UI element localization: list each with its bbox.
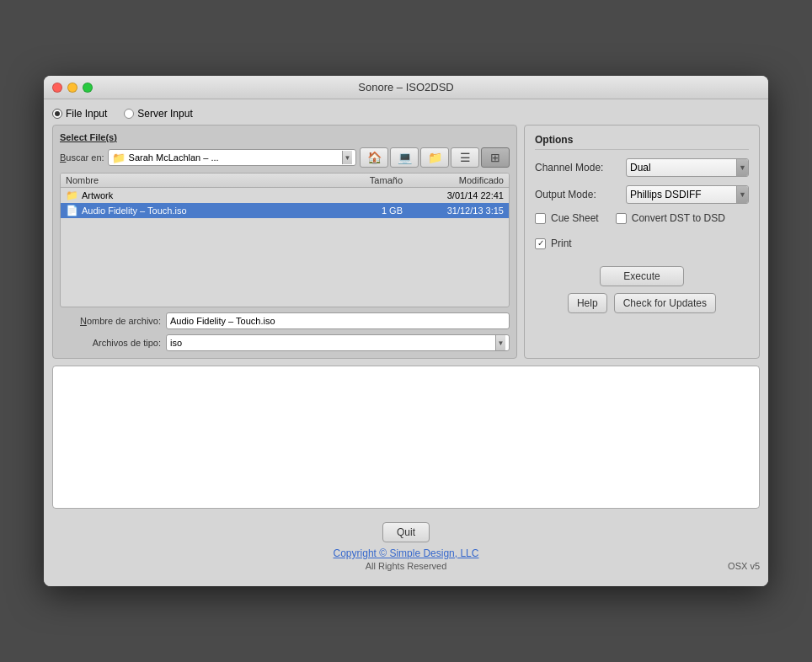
- version-text: OSX v5: [728, 561, 760, 571]
- options-buttons: Execute Help Check for Updates: [535, 266, 749, 313]
- file-size-touch: 1 GB: [344, 206, 403, 216]
- file-input-radio-circle[interactable]: [52, 109, 62, 119]
- cue-sheet-row: Cue Sheet: [535, 212, 599, 224]
- file-name-artwork: Artwork: [82, 190, 344, 200]
- copyright-link[interactable]: Copyright © Simple Design, LLC: [52, 547, 760, 559]
- main-window: Sonore – ISO2DSD File Input Server Input…: [44, 76, 768, 586]
- cue-sheet-checkbox[interactable]: [535, 213, 546, 224]
- file-input-label: File Input: [66, 108, 107, 120]
- nombre-archivo-row: Nombre de archivo:: [60, 312, 510, 329]
- file-list: Nombre Tamaño Modificado 📁 Artwork 3/01/…: [60, 173, 510, 307]
- col-tamano-header: Tamaño: [344, 175, 403, 185]
- close-button[interactable]: [52, 83, 62, 93]
- toolbar-list-btn[interactable]: ☰: [451, 147, 479, 168]
- server-input-label: Server Input: [137, 108, 192, 120]
- file-name-touch: Audio Fidelity – Touch.iso: [82, 206, 344, 216]
- buscar-label: Buscar en:: [60, 152, 104, 163]
- window-controls: [52, 83, 93, 93]
- output-mode-label: Output Mode:: [535, 189, 619, 200]
- titlebar: Sonore – ISO2DSD: [44, 76, 768, 99]
- channel-mode-value: Dual: [630, 162, 651, 174]
- toolbar-newfolder-btn[interactable]: 📁: [420, 147, 449, 168]
- action-buttons-row: Help Check for Updates: [568, 293, 716, 313]
- archivos-tipo-label: Archivos de tipo:: [60, 338, 161, 348]
- minimize-button[interactable]: [67, 83, 77, 93]
- file-row-artwork[interactable]: 📁 Artwork 3/01/14 22:41: [61, 188, 509, 203]
- file-list-header: Nombre Tamaño Modificado: [61, 174, 509, 188]
- buscar-dropdown-arrow[interactable]: ▼: [342, 151, 352, 164]
- top-section: Select File(s) Buscar en: 📁 Sarah McLach…: [52, 125, 760, 359]
- col-modificado-header: Modificado: [403, 175, 504, 185]
- quit-button[interactable]: Quit: [382, 522, 430, 542]
- toolbar-computer-btn[interactable]: 💻: [390, 147, 419, 168]
- archivos-tipo-arrow[interactable]: ▼: [495, 335, 505, 350]
- folder-icon: 📁: [112, 152, 126, 164]
- print-row: Print: [535, 238, 749, 249]
- toolbar-home-btn[interactable]: 🏠: [360, 147, 388, 168]
- convert-dst-label: Convert DST to DSD: [632, 212, 725, 224]
- buscar-value: Sarah McLachlan – ...: [129, 152, 339, 163]
- window-title: Sonore – ISO2DSD: [358, 81, 453, 93]
- server-input-radio-circle[interactable]: [124, 109, 134, 119]
- buscar-row: Buscar en: 📁 Sarah McLachlan – ... ▼ 🏠 💻…: [60, 147, 510, 168]
- archivos-tipo-value: iso: [170, 338, 182, 348]
- output-mode-dropdown[interactable]: Phillips DSDIFF ▼: [626, 185, 749, 204]
- convert-dst-checkbox[interactable]: [616, 213, 627, 224]
- archivos-tipo-select[interactable]: iso ▼: [166, 334, 510, 351]
- checkboxes-row1: Cue Sheet Convert DST to DSD: [535, 212, 749, 231]
- print-label: Print: [551, 238, 572, 249]
- file-input-radio[interactable]: File Input: [52, 108, 107, 120]
- toolbar-buttons: 🏠 💻 📁 ☰ ⊞: [360, 147, 510, 168]
- maximize-button[interactable]: [83, 83, 93, 93]
- channel-mode-arrow[interactable]: ▼: [736, 159, 748, 176]
- channel-mode-label: Channel Mode:: [535, 162, 619, 174]
- footer-bottom-row: All Rights Reserved OSX v5: [52, 561, 760, 571]
- file-row-touch[interactable]: 📄 Audio Fidelity – Touch.iso 1 GB 31/12/…: [61, 203, 509, 218]
- check-updates-button[interactable]: Check for Updates: [614, 293, 716, 313]
- file-icon-touch: 📄: [66, 205, 78, 216]
- footer: Quit Copyright © Simple Design, LLC All …: [52, 517, 760, 578]
- output-area: [52, 366, 760, 509]
- output-mode-row: Output Mode: Phillips DSDIFF ▼: [535, 185, 749, 204]
- archivos-tipo-row: Archivos de tipo: iso ▼: [60, 334, 510, 351]
- input-mode-row: File Input Server Input: [52, 108, 760, 120]
- convert-dst-row: Convert DST to DSD: [616, 212, 725, 224]
- execute-button[interactable]: Execute: [600, 266, 684, 286]
- channel-mode-row: Channel Mode: Dual ▼: [535, 158, 749, 177]
- options-title: Options: [535, 134, 749, 150]
- help-button[interactable]: Help: [568, 293, 607, 313]
- file-date-touch: 31/12/13 3:15: [403, 206, 504, 216]
- options-panel: Options Channel Mode: Dual ▼ Output Mode…: [524, 125, 760, 359]
- output-mode-value: Phillips DSDIFF: [630, 189, 702, 200]
- panel-title: Select File(s): [60, 132, 510, 142]
- buscar-dropdown[interactable]: 📁 Sarah McLachlan – ... ▼: [108, 149, 356, 166]
- toolbar-preview-btn[interactable]: ⊞: [481, 147, 510, 168]
- window-body: File Input Server Input Select File(s) B…: [44, 99, 768, 586]
- nombre-archivo-input[interactable]: [166, 312, 510, 329]
- file-panel: Select File(s) Buscar en: 📁 Sarah McLach…: [52, 125, 517, 359]
- folder-icon-artwork: 📁: [66, 190, 78, 201]
- output-mode-arrow[interactable]: ▼: [736, 186, 748, 203]
- all-rights-text: All Rights Reserved: [366, 561, 447, 571]
- file-date-artwork: 3/01/14 22:41: [403, 190, 504, 200]
- cue-sheet-label: Cue Sheet: [551, 212, 599, 224]
- channel-mode-dropdown[interactable]: Dual ▼: [626, 158, 749, 177]
- server-input-radio[interactable]: Server Input: [124, 108, 192, 120]
- nombre-archivo-label: Nombre de archivo:: [60, 316, 161, 326]
- print-checkbox[interactable]: [535, 238, 546, 249]
- col-nombre-header: Nombre: [66, 175, 344, 185]
